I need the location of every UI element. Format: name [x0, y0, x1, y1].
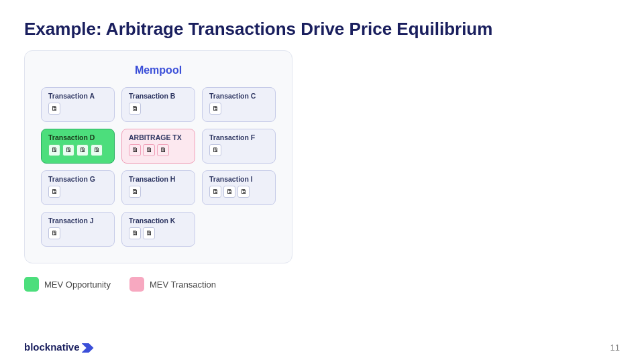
tx-label: Transaction C [209, 92, 256, 100]
tx-icon: 🖺 [237, 186, 250, 198]
tx-icon: 🖺 [76, 144, 89, 156]
tx-icon: 🖺 [157, 144, 169, 156]
tx-icons-row: 🖺🖺🖺🖺 [48, 144, 103, 156]
tx-card-tx-k: Transaction K🖺🖺 [121, 212, 195, 247]
tx-grid: Transaction A🖺Transaction B🖺Transaction … [41, 87, 276, 247]
tx-icon: 🖺 [143, 227, 155, 239]
logo-icon [82, 343, 94, 353]
tx-card-tx-h: Transaction H🖺 [121, 170, 195, 205]
tx-icon: 🖺 [129, 144, 141, 156]
tx-label: ARBITRAGE TX [129, 133, 182, 141]
tx-icon: 🖺 [143, 144, 155, 156]
legend-color-green [24, 277, 39, 292]
tx-icon: 🖺 [209, 103, 221, 115]
tx-icon: 🖺 [91, 144, 103, 156]
legend-item-mev-opportunity: MEV Opportunity [24, 277, 111, 292]
tx-icons-row: 🖺 [129, 186, 141, 198]
tx-icons-row: 🖺🖺 [129, 227, 155, 239]
tx-icon: 🖺 [62, 144, 74, 156]
tx-label: Transaction F [209, 133, 255, 141]
legend: MEV Opportunity MEV Transaction [24, 277, 620, 292]
tx-card-tx-f: Transaction F🖺 [202, 129, 276, 164]
tx-card-tx-c: Transaction C🖺 [202, 87, 276, 122]
page-title: Example: Arbitrage Transactions Drive Pr… [0, 0, 644, 50]
legend-item-mev-transaction: MEV Transaction [129, 277, 216, 292]
tx-icon: 🖺 [129, 186, 141, 198]
tx-icon: 🖺 [209, 186, 221, 198]
tx-icons-row: 🖺 [129, 103, 141, 115]
tx-icons-row: 🖺 [48, 103, 60, 115]
tx-label: Transaction K [129, 217, 175, 225]
mempool-container: Mempool Transaction A🖺Transaction B🖺Tran… [24, 50, 292, 263]
tx-label: Transaction B [129, 92, 175, 100]
page-number: 11 [610, 343, 620, 353]
tx-card-tx-g: Transaction G🖺 [41, 170, 115, 205]
mempool-title: Mempool [41, 64, 276, 76]
tx-card-tx-j: Transaction J🖺 [41, 212, 115, 247]
tx-icons-row: 🖺🖺🖺 [209, 186, 250, 198]
legend-color-pink [129, 277, 144, 292]
legend-label-pink: MEV Transaction [150, 280, 216, 290]
tx-icon: 🖺 [48, 103, 60, 115]
footer-logo: blocknative [24, 341, 94, 353]
tx-icon: 🖺 [48, 227, 60, 239]
tx-label: Transaction G [48, 175, 95, 183]
footer: blocknative [24, 341, 94, 353]
tx-icon: 🖺 [129, 227, 141, 239]
tx-icons-row: 🖺 [209, 103, 221, 115]
tx-icons-row: 🖺 [209, 144, 221, 156]
tx-card-tx-a: Transaction A🖺 [41, 87, 115, 122]
tx-label: Transaction J [48, 217, 94, 225]
legend-label-green: MEV Opportunity [44, 280, 111, 290]
tx-icons-row: 🖺 [48, 186, 60, 198]
tx-icon: 🖺 [129, 103, 141, 115]
tx-label: Transaction A [48, 92, 95, 100]
tx-label: Transaction I [209, 175, 253, 183]
tx-icon: 🖺 [48, 186, 60, 198]
tx-card-tx-i: Transaction I🖺🖺🖺 [202, 170, 276, 205]
tx-card-tx-b: Transaction B🖺 [121, 87, 195, 122]
tx-icon: 🖺 [223, 186, 235, 198]
tx-icons-row: 🖺 [48, 227, 60, 239]
tx-card-tx-arb: ARBITRAGE TX🖺🖺🖺 [121, 129, 195, 164]
tx-label: Transaction D [48, 133, 95, 141]
tx-icons-row: 🖺🖺🖺 [129, 144, 169, 156]
tx-card-tx-d: Transaction D🖺🖺🖺🖺 [41, 129, 115, 164]
tx-icon: 🖺 [209, 144, 221, 156]
tx-icon: 🖺 [48, 144, 60, 156]
tx-label: Transaction H [129, 175, 175, 183]
